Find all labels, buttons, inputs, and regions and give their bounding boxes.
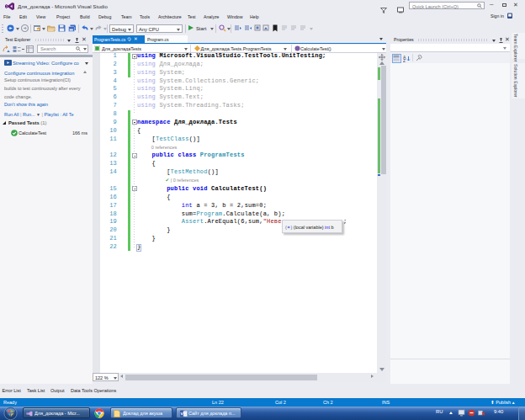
svg-text:Z: Z (403, 58, 406, 62)
